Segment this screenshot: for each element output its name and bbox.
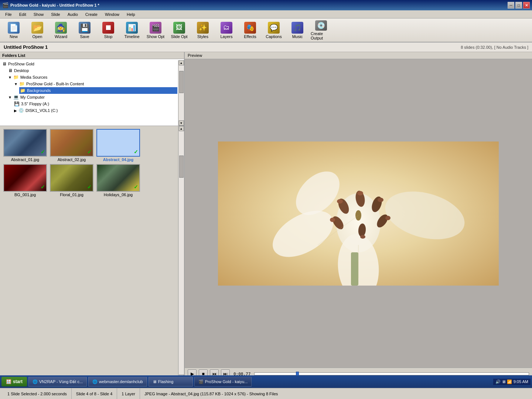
expand-icon-mycomp: ▼ bbox=[8, 95, 12, 99]
maximize-button[interactable]: □ bbox=[515, 2, 522, 8]
folders-scroll-up[interactable]: ▲ bbox=[179, 60, 184, 65]
tree-item-desktop[interactable]: 🖥 Desktop bbox=[7, 67, 177, 74]
preview-area bbox=[185, 59, 532, 368]
toolbar-captions-button[interactable]: 💬 Captions bbox=[263, 20, 284, 41]
toolbar: 📄 New 📂 Open 🧙 Wizard 💾 Save ⏹ Stop 📊 Ti… bbox=[0, 18, 532, 42]
media-scroll-up[interactable]: ▲ bbox=[179, 126, 184, 131]
tree-item-builtin[interactable]: ▼ 📁 ProShow Gold - Built-In Content bbox=[13, 81, 177, 87]
svg-point-7 bbox=[357, 191, 363, 195]
tree-item-proshow-gold[interactable]: 🖥 ProShow Gold bbox=[1, 61, 177, 67]
thumb-floral01[interactable]: ✓ Floral_01.jpg bbox=[50, 164, 94, 197]
toolbar-slideopt-label: Slide Opt bbox=[171, 34, 187, 39]
menu-help[interactable]: Help bbox=[124, 11, 138, 17]
menu-create[interactable]: Create bbox=[82, 11, 100, 17]
expand-icon-builtin: ▼ bbox=[14, 82, 18, 86]
toolbar-timeline-label: Timeline bbox=[124, 34, 139, 39]
system-tray-icons: 🔊 🖥 📶 bbox=[495, 379, 512, 384]
thumb-abstract02[interactable]: ✓ Abstract_02.jpg bbox=[50, 129, 94, 162]
media-scrollbar[interactable]: ▲ ▼ bbox=[178, 126, 184, 380]
folders-scroll-track[interactable] bbox=[179, 65, 184, 120]
taskbar-item-vn2rap[interactable]: 🌐 VN2RAP - Vùng Đất c... bbox=[28, 377, 87, 386]
tree-item-my-computer[interactable]: ▼ 💻 My Computer bbox=[7, 94, 177, 100]
thumb-img-abstract01: ✓ bbox=[3, 129, 47, 157]
svg-point-9 bbox=[378, 198, 383, 202]
toolbar-effects-button[interactable]: 🎭 Effects bbox=[239, 20, 261, 41]
thumb-check-abstract02: ✓ bbox=[87, 149, 92, 155]
toolbar-slideopt-button[interactable]: 🖼 Slide Opt bbox=[168, 20, 190, 41]
taskbar-item-flashing[interactable]: 🖥 Flashing bbox=[149, 377, 193, 386]
windows-logo-icon: 🪟 bbox=[6, 379, 11, 384]
menu-edit[interactable]: Edit bbox=[16, 11, 29, 17]
backgrounds-folder-icon: 📁 bbox=[20, 88, 25, 93]
folders-scroll-down[interactable]: ▼ bbox=[179, 120, 184, 126]
preview-header: Preview bbox=[185, 52, 532, 59]
title-bar-left: 🎬 ProShow Gold - kaiyuki - Untitled ProS… bbox=[2, 2, 99, 8]
tree-item-media-sources[interactable]: ▼ 📁 Media Sources bbox=[7, 74, 177, 81]
thumb-img-abstract02: ✓ bbox=[50, 129, 93, 157]
left-panel: Folders List 🖥 ProShow Gold 🖥 Desktop ▼ … bbox=[0, 52, 185, 388]
close-button[interactable]: ✕ bbox=[523, 2, 530, 8]
taskbar: 🪟 start 🌐 VN2RAP - Vùng Đất c... 🌐 webma… bbox=[0, 375, 532, 388]
folders-scrollbar[interactable]: ▲ ▼ bbox=[178, 60, 184, 126]
taskbar-item-proshow[interactable]: 🎬 ProShow Gold - kaiyu... bbox=[194, 377, 252, 386]
taskbar-label-flashing: Flashing bbox=[158, 379, 174, 384]
toolbar-music-button[interactable]: 🎵 Music bbox=[287, 20, 308, 41]
menu-slide[interactable]: Slide bbox=[48, 11, 63, 17]
toolbar-create-output-label: Create Output bbox=[311, 31, 331, 40]
toolbar-save-button[interactable]: 💾 Save bbox=[74, 20, 95, 41]
toolbar-stop-button[interactable]: ⏹ Stop bbox=[98, 20, 119, 41]
toolbar-wizard-button[interactable]: 🧙 Wizard bbox=[50, 20, 72, 41]
taskbar-label-webmaster: webmaster.demlanhclub bbox=[99, 379, 143, 384]
status-bar: 1 Slide Selected - 2.000 seconds Slide 4… bbox=[0, 388, 532, 399]
thumb-abstract04[interactable]: ✓ Abstract_04.jpg bbox=[96, 129, 140, 162]
status-slide-info: Slide 4 of 8 - Slide 4 bbox=[72, 388, 117, 399]
toolbar-showopt-button[interactable]: 🎬 Show Opt bbox=[145, 20, 166, 41]
toolbar-timeline-button[interactable]: 📊 Timeline bbox=[121, 20, 143, 41]
toolbar-open-label: Open bbox=[33, 34, 42, 39]
toolbar-layers-button[interactable]: 🗂 Layers bbox=[216, 20, 237, 41]
thumb-bg001[interactable]: ✓ BG_001.jpg bbox=[3, 164, 47, 197]
thumb-abstract01[interactable]: ✓ Abstract_01.jpg bbox=[3, 129, 47, 162]
thumb-label-holidays06: Holidays_06.jpg bbox=[96, 192, 140, 197]
menu-audio[interactable]: Audio bbox=[65, 11, 81, 17]
thumbnails-grid: ✓ Abstract_01.jpg ✓ Abstract_02.jpg ✓ bbox=[0, 126, 184, 200]
folders-list-panel: Folders List 🖥 ProShow Gold 🖥 Desktop ▼ … bbox=[0, 52, 184, 126]
thumb-check-abstract01: ✓ bbox=[41, 149, 45, 155]
taskbar-item-webmaster[interactable]: 🌐 webmaster.demlanhclub bbox=[88, 377, 147, 386]
media-thumbnails-panel: ✓ Abstract_01.jpg ✓ Abstract_02.jpg ✓ bbox=[0, 126, 184, 388]
tree-item-disk1-label: DISK1_VOL1 (C:) bbox=[25, 108, 58, 113]
thumb-label-bg001: BG_001.jpg bbox=[3, 192, 47, 197]
tree-item-backgrounds-label: Backgrounds bbox=[27, 88, 51, 93]
start-button[interactable]: 🪟 start bbox=[1, 377, 27, 386]
tree-item-disk1[interactable]: ▶ 💿 DISK1_VOL1 (C:) bbox=[13, 107, 177, 114]
thumb-label-abstract02: Abstract_02.jpg bbox=[50, 157, 94, 162]
thumb-label-floral01: Floral_01.jpg bbox=[50, 192, 94, 197]
toolbar-wizard-label: Wizard bbox=[55, 34, 67, 39]
thumb-img-holidays06: ✓ bbox=[96, 164, 140, 192]
media-scroll-thumb[interactable] bbox=[179, 156, 184, 178]
app-title-bar: Untitled ProShow 1 8 slides (0:32.00), [… bbox=[0, 42, 532, 52]
tree-item-backgrounds[interactable]: 📁 Backgrounds bbox=[19, 87, 177, 94]
menu-window[interactable]: Window bbox=[102, 11, 122, 17]
minimize-button[interactable]: ─ bbox=[508, 2, 514, 8]
tree-item-desktop-label: Desktop bbox=[14, 68, 29, 73]
thumb-check-abstract04: ✓ bbox=[134, 149, 138, 155]
thumb-img-floral01: ✓ bbox=[50, 164, 93, 192]
taskbar-label-proshow: ProShow Gold - kaiyu... bbox=[205, 379, 248, 384]
toolbar-create-output-button[interactable]: 💿 Create Output bbox=[310, 20, 332, 41]
folders-tree[interactable]: 🖥 ProShow Gold 🖥 Desktop ▼ 📁 Media Sourc… bbox=[0, 59, 184, 125]
toolbar-styles-label: Styles bbox=[197, 34, 208, 39]
folders-scroll-thumb[interactable] bbox=[179, 71, 184, 93]
menu-show[interactable]: Show bbox=[31, 11, 47, 17]
toolbar-new-button[interactable]: 📄 New bbox=[3, 20, 24, 41]
timeline-slider[interactable] bbox=[254, 372, 529, 375]
toolbar-styles-button[interactable]: ✨ Styles bbox=[192, 20, 214, 41]
menu-file[interactable]: File bbox=[2, 11, 15, 17]
thumb-holidays06[interactable]: ✓ Holidays_06.jpg bbox=[96, 164, 140, 197]
tree-item-floppy[interactable]: 💾 3.5" Floppy (A:) bbox=[13, 100, 177, 107]
media-scroll-track[interactable] bbox=[179, 131, 184, 375]
builtin-folder-icon: 📁 bbox=[19, 81, 25, 86]
toolbar-open-button[interactable]: 📂 Open bbox=[27, 20, 48, 41]
status-file-info: JPEG Image - Abstract_04.jpg (115.87 KB … bbox=[140, 388, 529, 399]
taskbar-clock-area: 🔊 🖥 📶 9:05 AM bbox=[493, 379, 531, 385]
